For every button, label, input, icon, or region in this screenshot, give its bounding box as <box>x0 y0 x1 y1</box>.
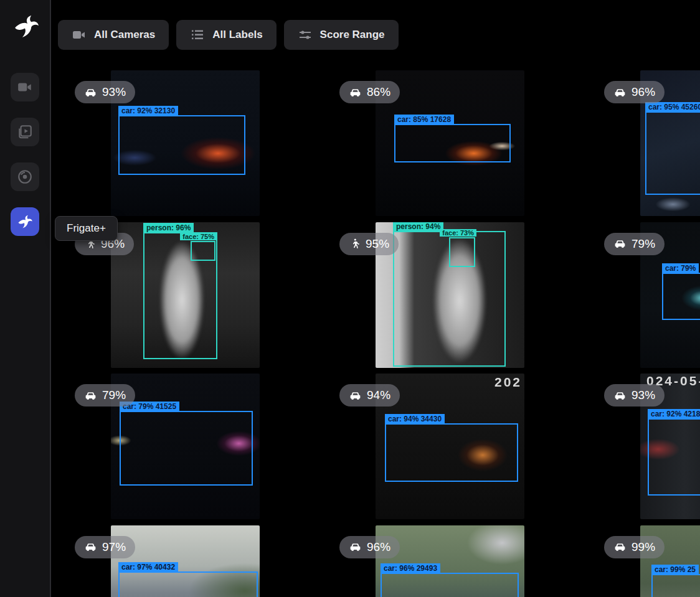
score-badge-value: 79% <box>631 237 655 251</box>
detection-card[interactable]: car: 85% 17628 86% <box>333 70 598 222</box>
bounding-box: car: 92% 4218 <box>648 418 700 496</box>
list-icon <box>190 27 205 42</box>
car-icon <box>349 86 362 99</box>
score-badge: 97% <box>75 536 135 558</box>
car-icon <box>613 237 627 250</box>
sidebar-item-review[interactable] <box>11 118 39 146</box>
detection-card[interactable]: car: 96% 29493 96% <box>333 525 598 597</box>
score-badge: 86% <box>339 81 400 103</box>
car-icon <box>84 540 97 553</box>
bounding-box-label: car: 92% 32130 <box>118 106 178 116</box>
sidebar <box>0 0 51 597</box>
detection-card[interactable]: car: 79% 41525 79% <box>69 374 333 525</box>
car-icon <box>349 389 362 402</box>
detection-card[interactable]: car: 97% 40432 97% <box>69 525 333 597</box>
car-icon <box>613 389 627 402</box>
video-camera-icon <box>72 27 87 42</box>
score-badge: 79% <box>75 384 135 407</box>
bounding-box: car: 97% 40432 <box>118 571 258 597</box>
detection-card[interactable]: car: 79% 79% <box>598 222 700 374</box>
score-badge: 93% <box>604 384 665 407</box>
face-bounding-box: face: 75% <box>191 241 215 261</box>
bounding-box: car: 96% 29493 <box>381 573 519 597</box>
score-badge-value: 97% <box>102 540 126 554</box>
car-icon <box>613 540 627 553</box>
score-badge-value: 95% <box>366 237 389 251</box>
review-play-icon <box>17 124 33 140</box>
detection-card[interactable]: car: 95% 45260 96% <box>598 70 700 222</box>
detection-card[interactable]: person: 94% face: 73% 95% <box>333 222 598 374</box>
bounding-box: car: 79% <box>662 273 700 320</box>
detection-thumbnail[interactable]: car: 97% 40432 <box>111 525 260 597</box>
bounding-box-label: car: 95% 45260 <box>645 102 700 112</box>
bounding-box: car: 79% 41525 <box>120 411 253 486</box>
face-label: face: 75% <box>180 233 217 240</box>
bounding-box-label: person: 94% <box>393 222 443 232</box>
score-badge-value: 96% <box>367 540 390 554</box>
bounding-box: car: 85% 17628 <box>394 124 511 162</box>
score-badge-value: 99% <box>631 540 655 554</box>
face-label: face: 73% <box>440 229 476 237</box>
detection-grid: car: 92% 32130 93% car: 85% 17628 86% ca… <box>69 70 700 597</box>
detection-thumbnail[interactable]: car: 96% 29493 <box>376 525 524 597</box>
bounding-box: car: 95% 45260 <box>645 111 700 195</box>
detection-card[interactable]: car: 92% 32130 93% <box>69 70 333 222</box>
bounding-box-label: car: 85% 17628 <box>394 115 454 125</box>
detection-card[interactable]: car: 99% 25 99% <box>598 525 700 597</box>
bounding-box-label: car: 97% 40432 <box>118 562 178 572</box>
score-badge: 99% <box>604 536 665 558</box>
score-range-label: Score Range <box>320 29 385 41</box>
frigate-plus-tooltip: Frigate+ <box>55 216 118 241</box>
frigate-bird-icon <box>12 12 40 40</box>
score-badge-value: 93% <box>631 388 655 402</box>
bounding-box-label: car: 79% <box>662 263 699 273</box>
score-badge: 79% <box>604 233 665 255</box>
all-labels-button[interactable]: All Labels <box>176 20 276 50</box>
score-badge: 94% <box>339 384 400 407</box>
score-badge-value: 79% <box>102 388 126 402</box>
filter-bar: All Cameras All Labels Score Range <box>58 20 399 50</box>
bounding-box: car: 92% 32130 <box>118 115 245 175</box>
detection-card[interactable]: 202 car: 94% 34430 94% <box>333 374 598 525</box>
score-badge-value: 96% <box>631 85 655 99</box>
bounding-box: car: 94% 34430 <box>385 423 518 482</box>
score-badge-value: 94% <box>367 388 390 402</box>
bounding-box-label: car: 96% 29493 <box>381 563 440 573</box>
score-badge-value: 93% <box>102 85 126 99</box>
all-labels-label: All Labels <box>212 29 262 41</box>
score-badge: 96% <box>339 536 400 558</box>
bounding-box-label: car: 94% 34430 <box>385 414 445 424</box>
score-badge-value: 86% <box>367 85 390 99</box>
face-bounding-box: face: 73% <box>449 237 475 267</box>
score-range-button[interactable]: Score Range <box>284 20 399 50</box>
frigate-bird-icon <box>17 214 33 230</box>
score-badge: 96% <box>604 81 665 103</box>
score-badge: 93% <box>75 81 135 103</box>
frigate-logo[interactable] <box>12 12 40 40</box>
all-cameras-button[interactable]: All Cameras <box>58 20 169 50</box>
sliders-icon <box>298 27 313 42</box>
bounding-box: car: 99% 25 <box>651 574 700 597</box>
detection-card[interactable]: 024-05-0 car: 92% 4218 93% <box>598 374 700 525</box>
score-badge: 95% <box>339 233 399 255</box>
detection-card[interactable]: person: 96% face: 75% 96% <box>69 222 333 374</box>
car-icon <box>349 540 362 553</box>
camera-timestamp: 202 <box>494 375 522 390</box>
bounding-box-label: car: 99% 25 <box>651 565 699 575</box>
car-icon <box>84 86 97 99</box>
sidebar-item-live[interactable] <box>11 73 39 101</box>
disc-icon <box>17 169 33 185</box>
bounding-box-label: car: 92% 4218 <box>648 409 700 419</box>
car-icon <box>84 389 97 402</box>
sidebar-item-explore[interactable] <box>11 162 39 191</box>
sidebar-item-frigate-plus[interactable] <box>11 207 39 236</box>
car-icon <box>613 86 627 99</box>
all-cameras-label: All Cameras <box>94 29 155 41</box>
bounding-box-label: person: 96% <box>143 223 194 233</box>
person-icon <box>349 238 361 250</box>
video-camera-icon <box>17 79 33 95</box>
